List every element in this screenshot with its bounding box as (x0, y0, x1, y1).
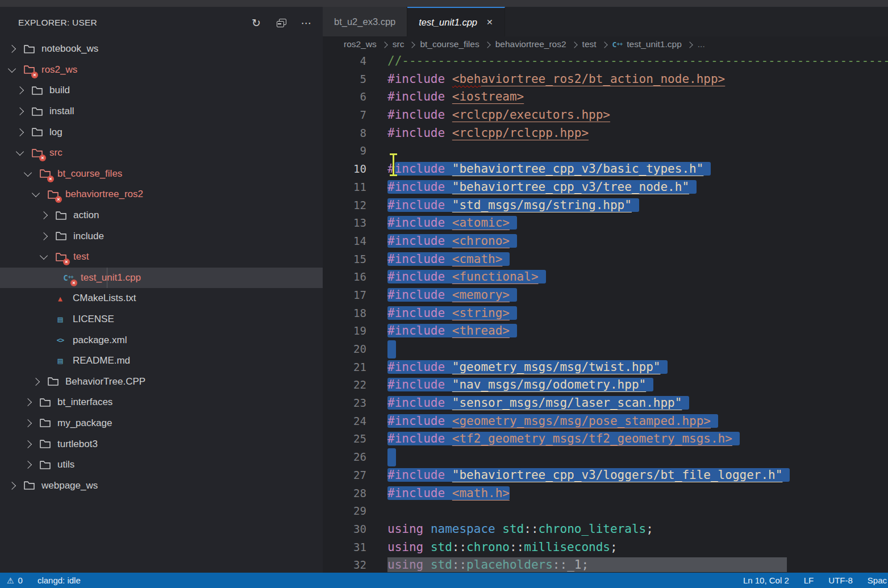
tree-item-src[interactable]: ×src (0, 143, 323, 164)
code-text[interactable]: #include <rclcpp/executors.hpp> (366, 106, 610, 124)
line-number: 6 (323, 88, 366, 106)
tree-item-README.md[interactable]: ▤README.md (0, 351, 323, 372)
tree-item-install[interactable]: install (0, 101, 323, 122)
tree-item-log[interactable]: log (0, 122, 323, 143)
breadcrumb-item-ros2_ws[interactable]: ros2_ws (344, 39, 377, 49)
breadcrumb-item-src[interactable]: src (393, 39, 405, 49)
code-text[interactable]: #include <thread> (366, 322, 517, 340)
status-indentation[interactable]: Spac (868, 576, 887, 585)
tree-item-action[interactable]: action (0, 205, 323, 226)
tree-item-BehaviorTree.CPP[interactable]: BehaviorTree.CPP (0, 372, 323, 393)
breadcrumb-item-behaviortree_ros2[interactable]: behaviortree_ros2 (495, 39, 566, 49)
status-encoding[interactable]: UTF-8 (828, 576, 853, 585)
code-token: aviortree_ros2/bt_action_node.hpp> (481, 72, 725, 86)
tree-item-label: behaviortree_ros2 (65, 189, 143, 200)
code-text[interactable] (366, 502, 387, 520)
code-text[interactable]: #include <memory> (366, 286, 517, 305)
code-line: 30using namespace std::chrono_literals; (323, 520, 888, 539)
tree-item-label: action (73, 210, 99, 221)
tree-item-behaviortree_ros2[interactable]: ×behaviortree_ros2 (0, 184, 323, 205)
tree-item-bt_interfaces[interactable]: bt_interfaces (0, 392, 323, 413)
code-token: #include (387, 180, 445, 194)
tree-item-label: notebook_ws (41, 43, 98, 55)
tree-item-label: BehaviorTree.CPP (65, 376, 145, 387)
code-text[interactable]: #include <rclcpp/rclcpp.hpp> (366, 124, 589, 143)
breadcrumb-item-test[interactable]: test (582, 39, 597, 49)
line-number: 7 (323, 106, 366, 124)
selection: #include <atomic> (387, 216, 517, 230)
tree-item-test[interactable]: ×test (0, 247, 323, 268)
code-text[interactable]: #include "behaviortree_cpp_v3/basic_type… (366, 160, 711, 178)
editor-group: bt_u2_ex3.cpptest_unit1.cpp✕ ros2_wssrcb… (323, 7, 888, 573)
breadcrumb-item-bt_course_files[interactable]: bt_course_files (420, 39, 479, 49)
code-text[interactable]: #include <geometry_msgs/msg/pose_stamped… (366, 412, 718, 431)
status-text: clangd: idle (37, 576, 81, 585)
code-text[interactable] (366, 340, 396, 358)
tree-item-turtlebot3[interactable]: turtlebot3 (0, 433, 323, 454)
code-text[interactable]: #include "behaviortree_cpp_v3/loggers/bt… (366, 466, 790, 485)
line-number: 11 (323, 178, 366, 197)
tree-item-package.xml[interactable]: <>package.xml (0, 330, 323, 351)
status-clangd-status[interactable]: clangd: idle (37, 576, 81, 585)
line-number: 20 (323, 340, 366, 358)
code-token: "nav_msgs/msg/odometry.hpp" (452, 378, 646, 391)
code-token: namespace (431, 522, 495, 536)
tree-item-build[interactable]: build (0, 80, 323, 101)
code-text[interactable]: #include <chrono> (366, 232, 517, 251)
breadcrumb-item-...[interactable]: ... (698, 39, 705, 49)
code-text[interactable] (366, 142, 387, 160)
code-text[interactable]: #include <math.h> (366, 485, 510, 503)
folder-icon (31, 107, 43, 116)
tree-item-include[interactable]: include (0, 226, 323, 247)
code-text[interactable]: #include <functional> (366, 268, 546, 286)
code-text[interactable] (366, 448, 396, 466)
tree-item-notebook_ws[interactable]: notebook_ws (0, 39, 323, 60)
tree-item-my_package[interactable]: my_package (0, 413, 323, 434)
code-text[interactable]: #include <iostream> (366, 88, 524, 106)
tab-bt_u2_ex3.cpp[interactable]: bt_u2_ex3.cpp (323, 7, 407, 36)
code-text[interactable]: #include "behaviortree_cpp_v3/tree_node.… (366, 178, 697, 197)
code-text[interactable]: #include "sensor_msgs/msg/laser_scan.hpp… (366, 394, 689, 412)
refresh-icon[interactable]: ↻ (250, 16, 262, 29)
tree-item-ros2_ws[interactable]: ×ros2_ws (0, 60, 323, 81)
code-text[interactable]: //--------------------------------------… (366, 52, 888, 70)
code-text[interactable]: #include <string> (366, 305, 517, 323)
tree-item-utils[interactable]: utils (0, 454, 323, 476)
error-badge: × (55, 196, 62, 203)
horizontal-scrollbar[interactable] (387, 557, 787, 572)
status-bar-right: Ln 10, Col 2LFUTF-8Spac (743, 576, 888, 585)
code-text[interactable]: #include "geometry_msgs/msg/twist.hpp" (366, 358, 668, 377)
code-token: <chrono> (452, 234, 510, 248)
status-eol-sequence[interactable]: LF (804, 576, 814, 585)
tree-item-CMakeLists.txt[interactable]: ▲CMakeLists.txt (0, 288, 323, 309)
folder-icon (23, 44, 35, 54)
folder-icon (55, 231, 67, 241)
code-token: <string> (452, 306, 510, 320)
code-text[interactable]: using namespace std::chrono_literals; (366, 520, 653, 539)
code-text[interactable]: #include <tf2_geometry_msgs/tf2_geometry… (366, 430, 740, 448)
breadcrumb-item-test_unit1.cpp[interactable]: C++test_unit1.cpp (612, 39, 682, 49)
code-text[interactable]: #include <atomic> (366, 214, 517, 232)
tree-item-LICENSE[interactable]: ▤LICENSE (0, 309, 323, 330)
code-text[interactable]: #include <cmath> (366, 251, 510, 269)
code-text[interactable]: #include "std_msgs/msg/string.hpp" (366, 197, 639, 215)
code-token: #include (387, 90, 445, 103)
code-line: 10#include "behaviortree_cpp_v3/basic_ty… (323, 160, 888, 178)
code-text[interactable]: #include <behaviortree_ros2/bt_action_no… (366, 70, 725, 89)
tree-item-webpage_ws[interactable]: webpage_ws (0, 475, 323, 496)
tree-item-test_unit1.cpp[interactable]: C++×test_unit1.cpp (0, 268, 323, 289)
status-cursor-position[interactable]: Ln 10, Col 2 (743, 576, 789, 585)
tab-test_unit1.cpp[interactable]: test_unit1.cpp✕ (407, 7, 505, 36)
code-token: #include (387, 468, 445, 482)
collapse-folders-icon[interactable] (275, 16, 287, 29)
code-token: "geometry_msgs/msg/twist.hpp" (452, 360, 661, 374)
code-token: <memory> (452, 288, 510, 302)
chevron-right-icon (40, 211, 48, 219)
more-actions-icon[interactable]: ⋯ (300, 16, 312, 29)
code-text[interactable]: using std::chrono::milliseconds; (366, 539, 618, 557)
code-line: 25#include <tf2_geometry_msgs/tf2_geomet… (323, 430, 888, 448)
code-text[interactable]: #include "nav_msgs/msg/odometry.hpp" (366, 376, 653, 394)
close-icon[interactable]: ✕ (486, 18, 493, 27)
status-problems[interactable]: ⚠0 (7, 576, 23, 585)
tree-item-bt_course_files[interactable]: ×bt_course_files (0, 164, 323, 185)
